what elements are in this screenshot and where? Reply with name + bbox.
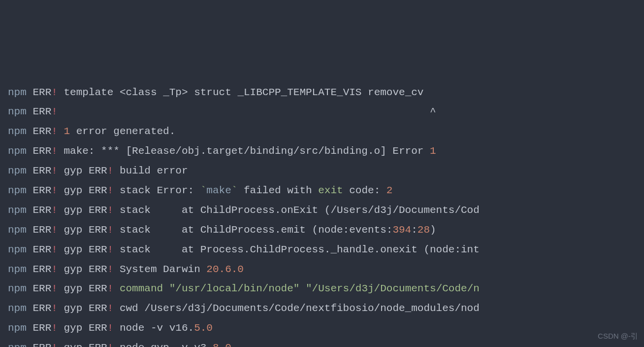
terminal-output: npm ERR! template <class _Tp> struct _LI…	[8, 83, 636, 347]
err-bang: !	[51, 87, 58, 98]
log-line: npm ERR! gyp ERR! stack at ChildProcess.…	[8, 220, 636, 240]
log-line: npm ERR! gyp ERR! cwd /Users/d3j/Documen…	[8, 299, 636, 318]
log-line: npm ERR! template <class _Tp> struct _LI…	[8, 83, 636, 103]
log-line: npm ERR! gyp ERR! build error	[8, 161, 636, 181]
caret-marker: ^	[430, 106, 436, 117]
npm-prefix: npm	[8, 87, 27, 98]
log-line: npm ERR! gyp ERR! stack at Process.Child…	[8, 240, 636, 260]
log-line: npm ERR! 1 error generated.	[8, 122, 636, 141]
log-line: npm ERR! gyp ERR! stack at ChildProcess.…	[8, 201, 636, 220]
log-line: npm ERR! gyp ERR! System Darwin 20.6.0	[8, 260, 636, 279]
log-line: npm ERR! ^	[8, 102, 636, 122]
watermark: CSDN @-引	[598, 329, 638, 344]
log-line: npm ERR! gyp ERR! node-gyp -v v3.8.0	[8, 338, 636, 347]
log-line: npm ERR! gyp ERR! node -v v16.5.0	[8, 318, 636, 338]
log-line: npm ERR! gyp ERR! command "/usr/local/bi…	[8, 279, 636, 299]
err-label: ERR	[32, 87, 51, 98]
log-line: npm ERR! make: *** [Release/obj.target/b…	[8, 141, 636, 161]
log-line: npm ERR! gyp ERR! stack Error: `make` fa…	[8, 181, 636, 201]
